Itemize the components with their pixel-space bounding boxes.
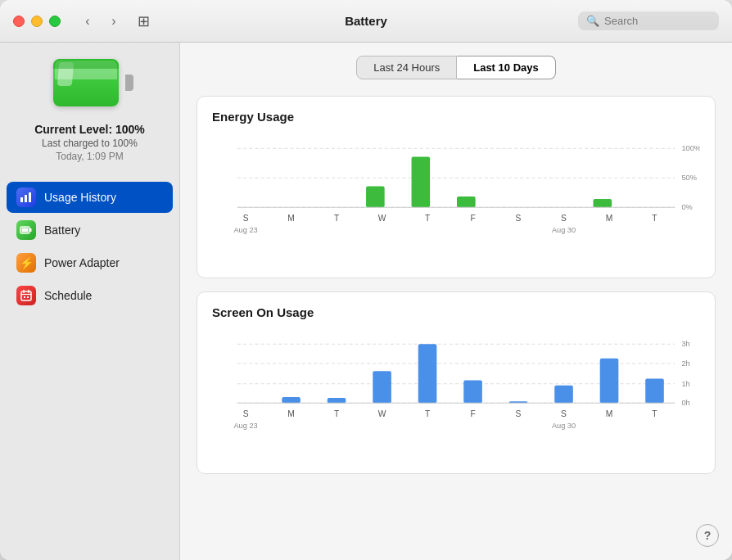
search-icon: 🔍	[586, 15, 599, 27]
svg-rect-6	[21, 291, 31, 300]
svg-rect-21	[593, 199, 612, 207]
search-input[interactable]	[604, 15, 711, 27]
svg-text:S: S	[561, 409, 567, 418]
svg-rect-11	[27, 296, 29, 298]
tab-bar: Last 24 Hours Last 10 Days	[197, 56, 716, 79]
svg-rect-49	[554, 386, 573, 404]
svg-rect-20	[457, 196, 476, 207]
app-window: ‹ › ⊞ Battery 🔍 Current Level	[0, 0, 732, 560]
energy-chart-title: Energy Usage	[212, 110, 700, 124]
svg-text:W: W	[378, 214, 386, 223]
svg-rect-2	[29, 192, 31, 202]
svg-text:2h: 2h	[681, 359, 689, 368]
svg-text:W: W	[378, 409, 386, 418]
svg-text:50%: 50%	[681, 174, 696, 182]
sidebar-item-label-battery: Battery	[44, 224, 80, 237]
battery-level-label: Current Level: 100%	[34, 123, 145, 136]
sidebar-item-label-power-adapter: Power Adapter	[44, 256, 120, 269]
svg-text:M: M	[606, 214, 613, 223]
screen-chart-svg: 3h 2h 1h 0h	[212, 329, 700, 460]
battery-time-label: Today, 1:09 PM	[34, 151, 145, 162]
svg-text:T: T	[652, 214, 657, 223]
svg-rect-47	[463, 381, 482, 404]
svg-rect-19	[412, 157, 431, 208]
battery-shine	[56, 62, 74, 86]
svg-text:S: S	[516, 214, 522, 223]
power-adapter-icon: ⚡	[16, 253, 36, 273]
svg-text:F: F	[470, 409, 475, 418]
svg-text:1h: 1h	[681, 380, 689, 388]
svg-text:3h: 3h	[681, 340, 689, 348]
sidebar-item-usage-history[interactable]: Usage History	[7, 182, 173, 213]
svg-text:T: T	[334, 409, 340, 418]
svg-rect-43	[282, 397, 300, 403]
sidebar: Current Level: 100% Last charged to 100%…	[0, 43, 180, 560]
svg-rect-5	[29, 228, 32, 232]
svg-rect-51	[645, 378, 664, 403]
energy-chart-area: 100% 50% 0%	[212, 133, 700, 264]
energy-chart-card: Energy Usage 100% 50% 0%	[197, 96, 716, 278]
svg-rect-0	[20, 197, 23, 202]
svg-text:Aug 30: Aug 30	[552, 422, 576, 430]
help-button[interactable]: ?	[696, 524, 719, 547]
svg-rect-46	[418, 344, 437, 403]
battery-icon-small	[16, 220, 36, 240]
traffic-lights	[13, 16, 61, 27]
search-bar: 🔍	[578, 11, 719, 30]
battery-body	[53, 59, 119, 106]
svg-rect-44	[328, 398, 346, 403]
minimize-button[interactable]	[31, 16, 43, 27]
svg-rect-10	[24, 296, 25, 298]
svg-text:T: T	[334, 214, 340, 223]
maximize-button[interactable]	[49, 16, 61, 27]
tab-last-10d[interactable]: Last 10 Days	[457, 56, 556, 79]
close-button[interactable]	[13, 16, 25, 27]
screen-chart-area: 3h 2h 1h 0h	[212, 329, 700, 460]
sidebar-item-label-schedule: Schedule	[44, 289, 92, 302]
svg-text:S: S	[516, 409, 522, 418]
svg-rect-18	[366, 187, 385, 208]
back-button[interactable]: ‹	[77, 11, 98, 32]
svg-text:T: T	[425, 409, 431, 418]
usage-history-icon	[16, 187, 36, 207]
screen-chart-card: Screen On Usage 3h 2h 1h 0h	[197, 291, 716, 474]
svg-text:M: M	[287, 409, 295, 418]
svg-rect-1	[25, 195, 27, 202]
svg-rect-45	[373, 371, 391, 403]
nav-buttons: ‹ ›	[77, 11, 124, 32]
sidebar-item-battery[interactable]: Battery	[7, 215, 173, 246]
battery-visual	[53, 59, 127, 106]
battery-info: Current Level: 100% Last charged to 100%…	[34, 123, 145, 162]
energy-chart-svg: 100% 50% 0%	[212, 133, 700, 264]
tab-last-24h[interactable]: Last 24 Hours	[356, 56, 457, 79]
battery-charged-label: Last charged to 100%	[34, 138, 145, 149]
svg-text:S: S	[243, 214, 249, 223]
svg-text:T: T	[425, 214, 431, 223]
svg-text:S: S	[243, 409, 249, 418]
sidebar-item-power-adapter[interactable]: ⚡ Power Adapter	[7, 247, 173, 278]
svg-text:Aug 30: Aug 30	[552, 226, 576, 234]
battery-icon-container	[53, 59, 127, 106]
forward-button[interactable]: ›	[103, 11, 124, 32]
svg-text:M: M	[287, 214, 295, 223]
svg-text:0%: 0%	[681, 203, 692, 211]
svg-text:T: T	[652, 409, 657, 418]
grid-icon[interactable]: ⊞	[138, 12, 150, 30]
svg-text:S: S	[561, 214, 567, 223]
sidebar-item-label-usage-history: Usage History	[44, 191, 116, 204]
sidebar-item-schedule[interactable]: Schedule	[7, 280, 173, 311]
svg-rect-4	[22, 228, 29, 233]
svg-text:Aug 23: Aug 23	[233, 226, 257, 234]
svg-text:Aug 23: Aug 23	[233, 422, 257, 430]
right-panel: Last 24 Hours Last 10 Days Energy Usage …	[180, 43, 732, 560]
svg-text:100%: 100%	[681, 144, 700, 152]
svg-text:F: F	[470, 214, 475, 223]
titlebar: ‹ › ⊞ Battery 🔍	[0, 0, 732, 43]
screen-chart-title: Screen On Usage	[212, 305, 700, 319]
svg-rect-50	[600, 359, 619, 403]
svg-text:M: M	[606, 409, 613, 418]
main-content: Current Level: 100% Last charged to 100%…	[0, 43, 732, 560]
sidebar-nav: Usage History Battery ⚡	[0, 182, 179, 313]
window-title: Battery	[345, 14, 387, 28]
schedule-icon	[16, 286, 36, 305]
